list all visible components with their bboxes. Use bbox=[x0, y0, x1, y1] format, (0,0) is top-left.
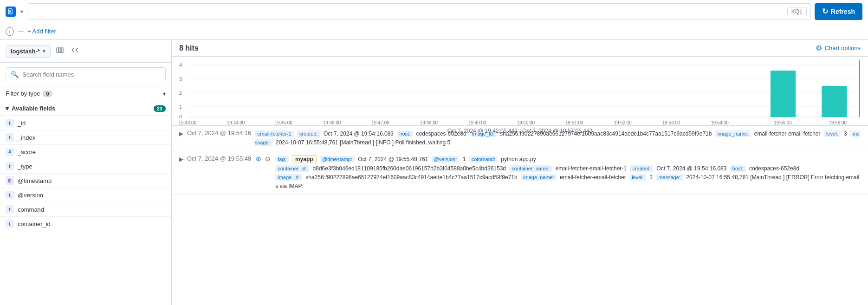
field-name: command bbox=[18, 206, 44, 213]
available-fields-chevron: ▾ bbox=[6, 105, 9, 112]
svg-text:0: 0 bbox=[179, 114, 182, 119]
svg-rect-6 bbox=[61, 48, 63, 52]
kv-key: tag: bbox=[275, 156, 288, 162]
kv-key: image_id: bbox=[275, 174, 302, 181]
field-type-badge: # bbox=[6, 148, 14, 156]
filter-type-chevron[interactable]: ▾ bbox=[163, 91, 166, 97]
svg-text:19:55:00: 19:55:00 bbox=[774, 120, 792, 125]
add-filter-row-button[interactable]: ⊕ bbox=[255, 155, 262, 162]
kv-val: d8d6e3f3b046ed181109185fb260dae06196157d… bbox=[313, 165, 506, 172]
kv-key: level: bbox=[629, 174, 646, 181]
expand-arrow[interactable]: ▶ bbox=[179, 155, 183, 162]
kv-key: container_name: bbox=[509, 165, 552, 172]
svg-text:19:44:00: 19:44:00 bbox=[227, 120, 245, 125]
search-field-input[interactable] bbox=[22, 71, 161, 78]
query-input[interactable]: tag: myapp bbox=[32, 8, 784, 15]
svg-text:1: 1 bbox=[179, 104, 182, 110]
index-expand-icon: ▾ bbox=[43, 48, 45, 54]
kv-val: email-fetcher-email-fetcher-1 bbox=[556, 165, 627, 172]
field-item-score[interactable]: # _score bbox=[0, 145, 171, 159]
field-name: container_id bbox=[18, 221, 51, 227]
refresh-button[interactable]: ↻ Refresh bbox=[815, 3, 862, 20]
hits-bar: 8 hits ⚙ Chart options bbox=[172, 40, 868, 57]
collapse-sidebar-icon[interactable] bbox=[69, 45, 80, 58]
available-fields-count: 23 bbox=[154, 105, 166, 112]
filter-type-bar: Filter by type 0 ▾ bbox=[0, 86, 171, 101]
chart-svg: 4 3 2 1 0 bbox=[179, 60, 861, 125]
content-area: 8 hits ⚙ Chart options 4 3 2 1 0 bbox=[172, 40, 868, 305]
field-item-timestamp[interactable]: 🗓 @timestamp bbox=[0, 174, 171, 188]
field-type-badge: 🗓 bbox=[6, 176, 14, 185]
kv-key: container_id: bbox=[275, 165, 309, 172]
kv-key: @timestamp: bbox=[320, 156, 355, 162]
search-field-wrap: 🔍 bbox=[0, 63, 171, 86]
svg-text:19:52:00: 19:52:00 bbox=[614, 120, 632, 125]
svg-text:19:48:00: 19:48:00 bbox=[420, 120, 438, 125]
field-item-index[interactable]: t _index bbox=[0, 130, 171, 145]
kv-key: created: bbox=[630, 165, 653, 172]
kql-toggle[interactable]: KQL bbox=[787, 7, 807, 16]
log-actions: ⊕ ⊖ bbox=[255, 155, 272, 162]
available-fields-text: Available fields bbox=[12, 105, 55, 112]
chart-area: 4 3 2 1 0 bbox=[172, 57, 868, 126]
svg-text:19:50:00: 19:50:00 bbox=[517, 120, 535, 125]
kv-val: python app.py bbox=[501, 156, 536, 162]
time-range-label: Oct 7, 2024 @ 19:42:05.442 - Oct 7, 2024… bbox=[179, 127, 861, 137]
available-fields-toggle[interactable]: ▾ Available fields bbox=[6, 105, 55, 112]
field-item-command[interactable]: t command bbox=[0, 202, 171, 217]
kv-key: host: bbox=[730, 165, 746, 172]
field-type-badge: t bbox=[6, 205, 14, 214]
svg-text:19:56:00: 19:56:00 bbox=[829, 120, 847, 125]
columns-icon[interactable] bbox=[54, 45, 65, 58]
svg-rect-17 bbox=[771, 71, 796, 117]
index-pattern-button[interactable]: logstash-* ▾ bbox=[6, 45, 51, 58]
svg-text:19:51:00: 19:51:00 bbox=[565, 120, 583, 125]
refresh-icon: ↻ bbox=[822, 7, 828, 16]
top-bar: ▾ tag: myapp KQL ↻ Refresh bbox=[0, 0, 868, 23]
field-item-id[interactable]: t _id bbox=[0, 116, 171, 130]
refresh-label: Refresh bbox=[831, 8, 855, 15]
search-icon: 🔍 bbox=[11, 71, 19, 78]
kv-key: image_name: bbox=[521, 174, 557, 181]
field-item-type[interactable]: t _type bbox=[0, 159, 171, 174]
field-type-badge: t bbox=[6, 119, 14, 127]
query-type-chevron[interactable]: ▾ bbox=[19, 8, 24, 15]
svg-text:2: 2 bbox=[179, 90, 182, 96]
kv-val: Oct 7, 2024 @ 19:54:16.083 bbox=[656, 165, 726, 172]
field-item-container-id[interactable]: t container_id bbox=[0, 217, 171, 231]
svg-text:19:54:00: 19:54:00 bbox=[711, 120, 729, 125]
info-icon[interactable]: i bbox=[6, 27, 14, 36]
filter-bar: i — + Add filter bbox=[0, 23, 868, 40]
kv-val: Oct 7, 2024 @ 19:55:48.761 bbox=[358, 156, 428, 162]
svg-text:19:45:00: 19:45:00 bbox=[274, 120, 292, 125]
separator: — bbox=[18, 28, 24, 35]
fields-list: t _id t _index # _score t _type 🗓 @times… bbox=[0, 116, 171, 305]
field-name: _type bbox=[18, 163, 32, 170]
add-filter-button[interactable]: + Add filter bbox=[27, 28, 56, 35]
log-content: tag: myapp @timestamp: Oct 7, 2024 @ 19:… bbox=[275, 155, 861, 191]
log-row-header[interactable]: ▶ Oct 7, 2024 @ 19:55:48 ⊕ ⊖ tag: myapp … bbox=[172, 151, 868, 195]
kv-key: command: bbox=[469, 156, 498, 162]
add-filter-label: + Add filter bbox=[27, 28, 56, 35]
field-type-badge: t bbox=[6, 162, 14, 170]
index-pattern-label: logstash-* bbox=[11, 48, 40, 55]
hits-count: 8 hits bbox=[179, 44, 199, 52]
field-name: @timestamp bbox=[18, 177, 52, 184]
field-item-version[interactable]: t @version bbox=[0, 188, 171, 202]
available-fields-header: ▾ Available fields 23 bbox=[0, 101, 171, 116]
svg-rect-18 bbox=[822, 86, 847, 117]
kv-val: 1 bbox=[463, 156, 466, 162]
kv-val: email-fetcher-email-fetcher bbox=[560, 174, 626, 181]
svg-rect-5 bbox=[59, 48, 61, 52]
main-layout: logstash-* ▾ 🔍 bbox=[0, 40, 868, 305]
svg-text:19:46:00: 19:46:00 bbox=[323, 120, 341, 125]
field-name: _id bbox=[18, 120, 26, 127]
kv-val: 3 bbox=[649, 174, 653, 181]
svg-rect-4 bbox=[57, 48, 58, 52]
chart-options-button[interactable]: ⚙ Chart options bbox=[816, 44, 861, 52]
document-icon[interactable] bbox=[6, 6, 16, 17]
svg-text:19:53:00: 19:53:00 bbox=[662, 120, 680, 125]
remove-filter-row-button[interactable]: ⊖ bbox=[264, 155, 272, 162]
results-area: ▶ Oct 7, 2024 @ 19:54:16 email-fetcher-1… bbox=[172, 126, 868, 305]
kv-key: @version: bbox=[432, 156, 460, 162]
